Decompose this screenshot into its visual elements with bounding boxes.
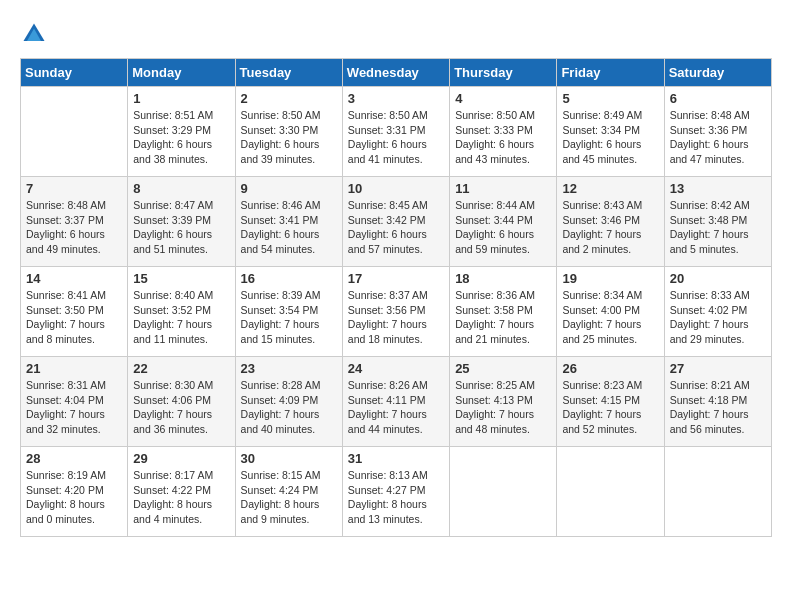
day-detail: Sunrise: 8:23 AM Sunset: 4:15 PM Dayligh…	[562, 378, 658, 437]
day-number: 31	[348, 451, 444, 466]
day-detail: Sunrise: 8:46 AM Sunset: 3:41 PM Dayligh…	[241, 198, 337, 257]
day-detail: Sunrise: 8:44 AM Sunset: 3:44 PM Dayligh…	[455, 198, 551, 257]
calendar-header-row: SundayMondayTuesdayWednesdayThursdayFrid…	[21, 59, 772, 87]
column-header-tuesday: Tuesday	[235, 59, 342, 87]
day-detail: Sunrise: 8:37 AM Sunset: 3:56 PM Dayligh…	[348, 288, 444, 347]
day-detail: Sunrise: 8:47 AM Sunset: 3:39 PM Dayligh…	[133, 198, 229, 257]
calendar-cell: 19Sunrise: 8:34 AM Sunset: 4:00 PM Dayli…	[557, 267, 664, 357]
column-header-sunday: Sunday	[21, 59, 128, 87]
day-detail: Sunrise: 8:17 AM Sunset: 4:22 PM Dayligh…	[133, 468, 229, 527]
calendar-cell: 21Sunrise: 8:31 AM Sunset: 4:04 PM Dayli…	[21, 357, 128, 447]
column-header-friday: Friday	[557, 59, 664, 87]
calendar-cell: 31Sunrise: 8:13 AM Sunset: 4:27 PM Dayli…	[342, 447, 449, 537]
day-number: 21	[26, 361, 122, 376]
day-detail: Sunrise: 8:39 AM Sunset: 3:54 PM Dayligh…	[241, 288, 337, 347]
day-number: 17	[348, 271, 444, 286]
day-detail: Sunrise: 8:40 AM Sunset: 3:52 PM Dayligh…	[133, 288, 229, 347]
day-detail: Sunrise: 8:41 AM Sunset: 3:50 PM Dayligh…	[26, 288, 122, 347]
calendar-cell: 17Sunrise: 8:37 AM Sunset: 3:56 PM Dayli…	[342, 267, 449, 357]
day-number: 4	[455, 91, 551, 106]
calendar-cell: 30Sunrise: 8:15 AM Sunset: 4:24 PM Dayli…	[235, 447, 342, 537]
day-detail: Sunrise: 8:33 AM Sunset: 4:02 PM Dayligh…	[670, 288, 766, 347]
calendar-cell: 4Sunrise: 8:50 AM Sunset: 3:33 PM Daylig…	[450, 87, 557, 177]
day-detail: Sunrise: 8:48 AM Sunset: 3:36 PM Dayligh…	[670, 108, 766, 167]
day-detail: Sunrise: 8:45 AM Sunset: 3:42 PM Dayligh…	[348, 198, 444, 257]
day-number: 29	[133, 451, 229, 466]
day-detail: Sunrise: 8:15 AM Sunset: 4:24 PM Dayligh…	[241, 468, 337, 527]
calendar-cell: 26Sunrise: 8:23 AM Sunset: 4:15 PM Dayli…	[557, 357, 664, 447]
day-number: 30	[241, 451, 337, 466]
column-header-thursday: Thursday	[450, 59, 557, 87]
calendar-cell: 23Sunrise: 8:28 AM Sunset: 4:09 PM Dayli…	[235, 357, 342, 447]
day-number: 14	[26, 271, 122, 286]
logo-icon	[20, 20, 48, 48]
day-detail: Sunrise: 8:34 AM Sunset: 4:00 PM Dayligh…	[562, 288, 658, 347]
calendar-week-row: 28Sunrise: 8:19 AM Sunset: 4:20 PM Dayli…	[21, 447, 772, 537]
day-detail: Sunrise: 8:50 AM Sunset: 3:31 PM Dayligh…	[348, 108, 444, 167]
day-detail: Sunrise: 8:13 AM Sunset: 4:27 PM Dayligh…	[348, 468, 444, 527]
calendar-cell: 20Sunrise: 8:33 AM Sunset: 4:02 PM Dayli…	[664, 267, 771, 357]
calendar-cell: 22Sunrise: 8:30 AM Sunset: 4:06 PM Dayli…	[128, 357, 235, 447]
day-number: 7	[26, 181, 122, 196]
day-number: 25	[455, 361, 551, 376]
calendar-cell	[557, 447, 664, 537]
calendar-cell: 13Sunrise: 8:42 AM Sunset: 3:48 PM Dayli…	[664, 177, 771, 267]
calendar-cell: 27Sunrise: 8:21 AM Sunset: 4:18 PM Dayli…	[664, 357, 771, 447]
day-number: 6	[670, 91, 766, 106]
calendar-cell: 5Sunrise: 8:49 AM Sunset: 3:34 PM Daylig…	[557, 87, 664, 177]
day-number: 18	[455, 271, 551, 286]
calendar-cell: 3Sunrise: 8:50 AM Sunset: 3:31 PM Daylig…	[342, 87, 449, 177]
day-number: 20	[670, 271, 766, 286]
day-detail: Sunrise: 8:19 AM Sunset: 4:20 PM Dayligh…	[26, 468, 122, 527]
calendar-cell: 14Sunrise: 8:41 AM Sunset: 3:50 PM Dayli…	[21, 267, 128, 357]
calendar-cell: 9Sunrise: 8:46 AM Sunset: 3:41 PM Daylig…	[235, 177, 342, 267]
calendar-cell: 18Sunrise: 8:36 AM Sunset: 3:58 PM Dayli…	[450, 267, 557, 357]
day-number: 19	[562, 271, 658, 286]
calendar-cell: 2Sunrise: 8:50 AM Sunset: 3:30 PM Daylig…	[235, 87, 342, 177]
day-number: 12	[562, 181, 658, 196]
day-detail: Sunrise: 8:42 AM Sunset: 3:48 PM Dayligh…	[670, 198, 766, 257]
calendar-week-row: 7Sunrise: 8:48 AM Sunset: 3:37 PM Daylig…	[21, 177, 772, 267]
day-number: 5	[562, 91, 658, 106]
calendar-cell	[450, 447, 557, 537]
day-number: 9	[241, 181, 337, 196]
day-detail: Sunrise: 8:31 AM Sunset: 4:04 PM Dayligh…	[26, 378, 122, 437]
day-number: 8	[133, 181, 229, 196]
day-number: 22	[133, 361, 229, 376]
calendar-cell: 10Sunrise: 8:45 AM Sunset: 3:42 PM Dayli…	[342, 177, 449, 267]
calendar-cell: 29Sunrise: 8:17 AM Sunset: 4:22 PM Dayli…	[128, 447, 235, 537]
logo	[20, 20, 52, 48]
day-number: 26	[562, 361, 658, 376]
calendar-cell: 15Sunrise: 8:40 AM Sunset: 3:52 PM Dayli…	[128, 267, 235, 357]
calendar-cell: 6Sunrise: 8:48 AM Sunset: 3:36 PM Daylig…	[664, 87, 771, 177]
calendar-cell: 12Sunrise: 8:43 AM Sunset: 3:46 PM Dayli…	[557, 177, 664, 267]
day-detail: Sunrise: 8:25 AM Sunset: 4:13 PM Dayligh…	[455, 378, 551, 437]
column-header-wednesday: Wednesday	[342, 59, 449, 87]
day-detail: Sunrise: 8:48 AM Sunset: 3:37 PM Dayligh…	[26, 198, 122, 257]
calendar-cell: 16Sunrise: 8:39 AM Sunset: 3:54 PM Dayli…	[235, 267, 342, 357]
day-detail: Sunrise: 8:50 AM Sunset: 3:33 PM Dayligh…	[455, 108, 551, 167]
day-number: 2	[241, 91, 337, 106]
day-detail: Sunrise: 8:50 AM Sunset: 3:30 PM Dayligh…	[241, 108, 337, 167]
day-number: 1	[133, 91, 229, 106]
day-detail: Sunrise: 8:30 AM Sunset: 4:06 PM Dayligh…	[133, 378, 229, 437]
day-number: 3	[348, 91, 444, 106]
day-detail: Sunrise: 8:51 AM Sunset: 3:29 PM Dayligh…	[133, 108, 229, 167]
day-detail: Sunrise: 8:26 AM Sunset: 4:11 PM Dayligh…	[348, 378, 444, 437]
day-number: 13	[670, 181, 766, 196]
day-detail: Sunrise: 8:21 AM Sunset: 4:18 PM Dayligh…	[670, 378, 766, 437]
calendar-week-row: 14Sunrise: 8:41 AM Sunset: 3:50 PM Dayli…	[21, 267, 772, 357]
calendar-week-row: 1Sunrise: 8:51 AM Sunset: 3:29 PM Daylig…	[21, 87, 772, 177]
column-header-saturday: Saturday	[664, 59, 771, 87]
day-detail: Sunrise: 8:36 AM Sunset: 3:58 PM Dayligh…	[455, 288, 551, 347]
calendar-week-row: 21Sunrise: 8:31 AM Sunset: 4:04 PM Dayli…	[21, 357, 772, 447]
day-detail: Sunrise: 8:28 AM Sunset: 4:09 PM Dayligh…	[241, 378, 337, 437]
day-number: 23	[241, 361, 337, 376]
day-number: 11	[455, 181, 551, 196]
calendar-table: SundayMondayTuesdayWednesdayThursdayFrid…	[20, 58, 772, 537]
day-number: 24	[348, 361, 444, 376]
page-header	[20, 20, 772, 48]
column-header-monday: Monday	[128, 59, 235, 87]
day-number: 16	[241, 271, 337, 286]
day-number: 27	[670, 361, 766, 376]
